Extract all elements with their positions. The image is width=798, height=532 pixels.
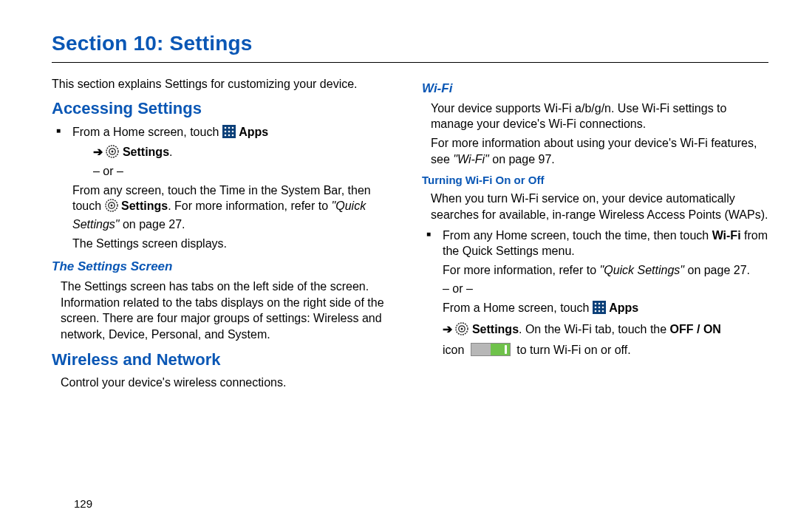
svg-point-23 <box>594 310 596 313</box>
heading-wifi: Wi-Fi <box>422 81 768 98</box>
wifi-label: Wi-Fi <box>712 229 741 242</box>
svg-point-5 <box>228 131 230 133</box>
svg-point-25 <box>601 310 604 313</box>
svg-point-6 <box>231 131 233 133</box>
page-number: 129 <box>74 497 92 511</box>
text: on page 27. <box>120 218 185 231</box>
text: on page 97. <box>489 153 555 166</box>
wifi-desc: Your device supports Wi-Fi a/b/g/n. Use … <box>422 100 768 132</box>
off-on-label: OFF / ON <box>670 323 721 335</box>
or-text: – or – <box>72 163 398 180</box>
svg-point-7 <box>224 134 226 137</box>
svg-point-22 <box>601 307 604 309</box>
svg-point-21 <box>598 307 600 309</box>
settings-gear-icon <box>455 322 468 340</box>
svg-point-12 <box>112 150 114 152</box>
svg-point-15 <box>110 205 112 207</box>
home-screen-line: From a Home screen, touch Apps <box>443 300 768 318</box>
apps-label: Apps <box>239 126 268 138</box>
ref-line: For more information, refer to "Quick Se… <box>443 262 768 279</box>
text: icon <box>443 344 468 356</box>
bullet-quick-settings: From any Home screen, touch the time, th… <box>422 228 768 358</box>
two-column-layout: This section explains Settings for custo… <box>52 73 768 394</box>
text: From a Home screen, touch <box>443 301 593 314</box>
apps-label: Apps <box>609 301 638 314</box>
text: For more information, refer to <box>443 264 600 276</box>
arrow-icon: ➔ <box>443 323 452 335</box>
toggle-switch-icon <box>471 343 511 356</box>
cross-ref: "Wi-Fi" <box>453 153 489 166</box>
bullet-home-screen: From a Home screen, touch Apps ➔ Setting… <box>52 124 398 251</box>
result-text: The Settings screen displays. <box>72 236 398 252</box>
svg-point-24 <box>598 310 600 313</box>
svg-point-18 <box>598 303 600 305</box>
text: . On the Wi-Fi tab, touch the <box>519 323 670 335</box>
svg-point-3 <box>231 127 233 129</box>
instruction: From any Home screen, touch the time, th… <box>443 228 768 259</box>
title-rule <box>52 62 768 63</box>
svg-point-8 <box>228 134 230 137</box>
wifi-ref: For more information about using your de… <box>422 135 768 167</box>
right-column: Wi-Fi Your device supports Wi-Fi a/b/g/n… <box>422 73 768 394</box>
text: From any Home screen, touch the time, th… <box>443 229 712 242</box>
svg-point-4 <box>224 131 226 133</box>
text: on page 27. <box>684 264 750 276</box>
svg-point-17 <box>594 303 596 305</box>
svg-point-19 <box>601 303 604 305</box>
apps-grid-icon <box>222 125 236 143</box>
apps-grid-icon <box>593 301 606 318</box>
or-text: – or – <box>443 281 768 297</box>
cross-ref: "Quick Settings" <box>600 264 685 276</box>
wireless-desc: Control your device's wireless connectio… <box>52 375 398 391</box>
sub-line: ➔ Settings. <box>72 144 398 163</box>
alt-instruction: From any screen, touch the Time in the S… <box>72 183 398 233</box>
settings-label: Settings <box>123 146 169 158</box>
text: From a Home screen, touch <box>72 126 222 138</box>
settings-label: Settings <box>121 200 168 212</box>
settings-label: Settings <box>472 323 519 335</box>
settings-toggle-line: ➔ Settings. On the Wi-Fi tab, touch the … <box>443 321 768 340</box>
period: . <box>169 146 172 158</box>
settings-gear-icon <box>105 199 118 216</box>
toggle-line: icon to turn Wi-Fi on or off. <box>443 342 768 358</box>
heading-settings-screen: The Settings Screen <box>52 259 398 276</box>
left-column: This section explains Settings for custo… <box>52 73 398 394</box>
heading-wireless-network: Wireless and Network <box>52 349 398 371</box>
svg-point-1 <box>224 127 226 129</box>
arrow-icon: ➔ <box>93 146 103 158</box>
section-title: Section 10: Settings <box>52 30 768 62</box>
text: to turn Wi-Fi on or off. <box>514 344 631 356</box>
turning-wifi-desc: When you turn Wi-Fi service on, your dev… <box>422 191 768 222</box>
settings-screen-desc: The Settings screen has tabs on the left… <box>52 279 398 342</box>
svg-point-9 <box>231 134 233 137</box>
svg-point-20 <box>594 307 596 309</box>
heading-turning-wifi: Turning Wi-Fi On or Off <box>422 173 768 188</box>
heading-accessing-settings: Accessing Settings <box>52 98 398 120</box>
text: . For more information, refer to <box>168 200 331 212</box>
svg-point-2 <box>228 127 230 129</box>
intro-text: This section explains Settings for custo… <box>52 76 398 92</box>
settings-gear-icon <box>106 145 119 163</box>
svg-point-28 <box>461 327 463 330</box>
